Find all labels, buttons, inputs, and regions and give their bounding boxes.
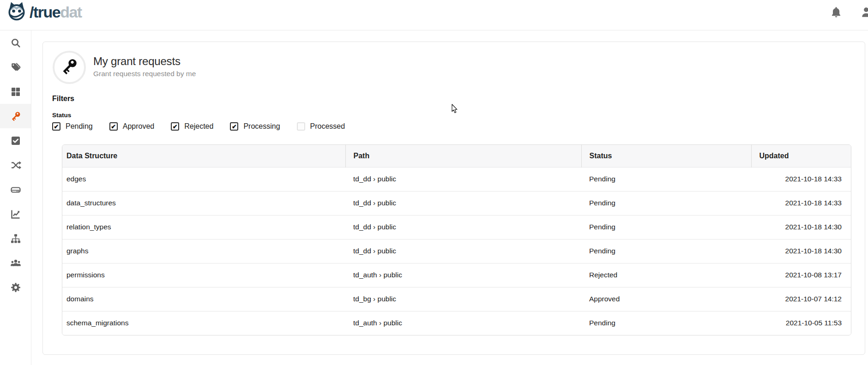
checkbox-checked-rejected[interactable]: ✔ — [171, 122, 179, 131]
user-icon — [860, 12, 868, 19]
grant-requests-table-wrap: Data StructurePathStatusUpdated edgestd_… — [62, 144, 851, 335]
key-icon — [10, 111, 21, 122]
filter-option-label: Rejected — [184, 122, 213, 131]
top-bar: /truedat — [0, 0, 868, 30]
grant-requests-card: My grant requests Grant requests request… — [42, 42, 865, 355]
cell-updated: 2021-10-08 13:17 — [751, 263, 851, 287]
checkbox-checked-approved[interactable]: ✔ — [109, 122, 118, 131]
cell-path: td_auth › public — [345, 311, 581, 335]
cell-updated: 2021-10-18 14:33 — [751, 167, 851, 191]
sidebar-item-dashboard[interactable] — [0, 79, 31, 104]
cell-status: Approved — [581, 287, 751, 311]
sidebar-item-tags[interactable] — [0, 55, 31, 79]
table-row-graphs[interactable]: graphstd_dd › publicPending2021-10-18 14… — [62, 239, 851, 263]
status-filter-label: Status — [52, 112, 71, 119]
sidebar-item-tasks[interactable] — [0, 128, 31, 153]
table-row-edges[interactable]: edgestd_dd › publicPending2021-10-18 14:… — [62, 167, 851, 191]
table-row-schema_migrations[interactable]: schema_migrationstd_auth › publicPending… — [62, 311, 851, 335]
owl-icon — [6, 1, 28, 23]
status-filter-group: ✔Pending✔Approved✔Rejected✔ProcessingPro… — [52, 122, 362, 131]
grant-requests-table: Data StructurePathStatusUpdated edgestd_… — [62, 145, 851, 335]
logo-slash: / — [30, 3, 33, 21]
cell-status: Pending — [581, 215, 751, 239]
filters-heading: Filters — [52, 95, 74, 103]
sidebar-item-users[interactable] — [0, 251, 31, 275]
cell-updated: 2021-10-07 14:12 — [751, 287, 851, 311]
avatar — [53, 51, 86, 84]
cell-status: Pending — [581, 239, 751, 263]
column-header-updated[interactable]: Updated — [751, 145, 851, 167]
key-icon — [60, 57, 78, 78]
bell-icon — [830, 12, 842, 19]
filter-option-pending[interactable]: ✔Pending — [52, 122, 93, 131]
table-header: Data StructurePathStatusUpdated — [62, 145, 851, 167]
sidebar-item-search[interactable] — [0, 30, 31, 55]
column-header-path[interactable]: Path — [345, 145, 581, 167]
cell-path: td_bg › public — [345, 287, 581, 311]
logo-word-primary: true — [33, 3, 60, 21]
cell-updated: 2021-10-05 11:53 — [751, 311, 851, 335]
cell-data-structure: edges — [62, 167, 345, 191]
cell-data-structure: permissions — [62, 263, 345, 287]
sidebar-nav — [0, 30, 31, 365]
cell-updated: 2021-10-18 14:30 — [751, 239, 851, 263]
tags-icon — [10, 62, 21, 73]
cell-path: td_dd › public — [345, 191, 581, 215]
cell-updated: 2021-10-18 14:33 — [751, 191, 851, 215]
cell-path: td_dd › public — [345, 215, 581, 239]
table-row-domains[interactable]: domainstd_bg › publicApproved2021-10-07 … — [62, 287, 851, 311]
dashboard-icon — [10, 86, 21, 97]
column-header-status[interactable]: Status — [581, 145, 751, 167]
cell-data-structure: relation_types — [62, 215, 345, 239]
chart-icon — [10, 209, 21, 220]
checkbox-checked-processing[interactable]: ✔ — [230, 122, 238, 131]
filter-option-label: Processed — [310, 122, 345, 131]
sidebar-item-grant-requests[interactable] — [0, 104, 31, 128]
sidebar-item-data-sources[interactable] — [0, 177, 31, 202]
sidebar-item-settings[interactable] — [0, 275, 31, 299]
checkbox-checked-pending[interactable]: ✔ — [52, 122, 60, 131]
cell-path: td_auth › public — [345, 263, 581, 287]
sidebar-item-lineage[interactable] — [0, 153, 31, 177]
gear-icon — [10, 282, 21, 293]
cell-updated: 2021-10-18 14:30 — [751, 215, 851, 239]
table-body: edgestd_dd › publicPending2021-10-18 14:… — [62, 167, 851, 335]
user-menu-button[interactable] — [860, 6, 868, 18]
cell-data-structure: graphs — [62, 239, 345, 263]
filter-option-label: Processing — [243, 122, 280, 131]
logo-wordmark: /truedat — [30, 2, 82, 22]
filter-option-approved[interactable]: ✔Approved — [109, 122, 155, 131]
cell-status: Pending — [581, 191, 751, 215]
cell-path: td_dd › public — [345, 239, 581, 263]
filter-option-label: Approved — [123, 122, 155, 131]
table-row-permissions[interactable]: permissionstd_auth › publicRejected2021-… — [62, 263, 851, 287]
truedat-logo[interactable]: /truedat — [6, 1, 82, 23]
checkbox-unchecked-processed[interactable] — [297, 122, 305, 131]
cell-data-structure: domains — [62, 287, 345, 311]
cell-path: td_dd › public — [345, 167, 581, 191]
table-row-data_structures[interactable]: data_structurestd_dd › publicPending2021… — [62, 191, 851, 215]
sitemap-icon — [10, 233, 21, 244]
sidebar-item-charts[interactable] — [0, 202, 31, 226]
server-icon — [10, 184, 21, 195]
check-square-icon — [10, 135, 21, 146]
filter-option-rejected[interactable]: ✔Rejected — [171, 122, 213, 131]
cell-data-structure: schema_migrations — [62, 311, 345, 335]
notifications-button[interactable] — [830, 6, 842, 18]
filter-option-processing[interactable]: ✔Processing — [230, 122, 280, 131]
shuffle-icon — [10, 160, 21, 171]
cell-data-structure: data_structures — [62, 191, 345, 215]
table-row-relation_types[interactable]: relation_typestd_dd › publicPending2021-… — [62, 215, 851, 239]
column-header-data-structure[interactable]: Data Structure — [62, 145, 345, 167]
page-header: My grant requests Grant requests request… — [53, 51, 196, 84]
page-subtitle: Grant requests requested by me — [93, 70, 196, 78]
sidebar-item-structures[interactable] — [0, 226, 31, 251]
users-icon — [10, 257, 21, 269]
search-icon — [10, 37, 21, 48]
cell-status: Pending — [581, 311, 751, 335]
page-title: My grant requests — [93, 55, 196, 68]
filter-option-processed[interactable]: Processed — [297, 122, 345, 131]
logo-word-secondary: dat — [60, 3, 82, 21]
page-titles: My grant requests Grant requests request… — [93, 55, 196, 84]
app-root: /truedat — [0, 0, 868, 365]
